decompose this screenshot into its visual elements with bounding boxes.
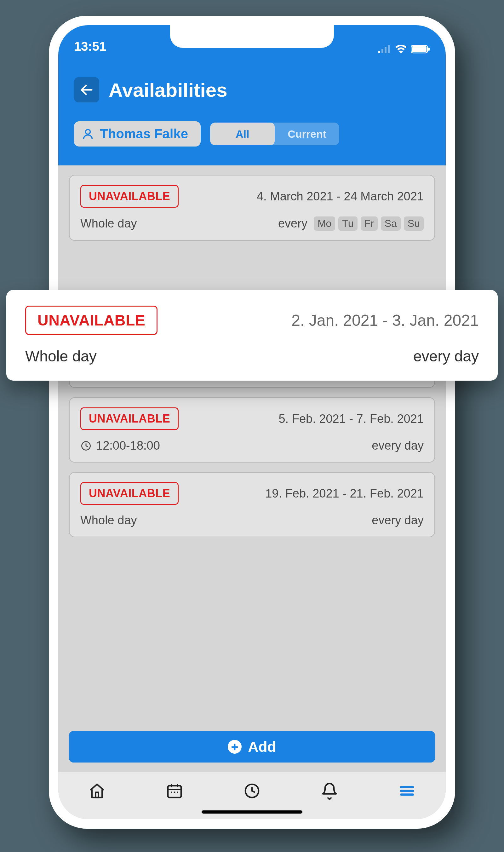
filter-row: Thomas Falke All Current bbox=[74, 121, 430, 146]
status-badge: UNAVAILABLE bbox=[80, 482, 179, 505]
status-badge: UNAVAILABLE bbox=[80, 185, 179, 208]
add-label: Add bbox=[248, 738, 276, 755]
calendar-icon bbox=[166, 782, 183, 800]
nav-bell[interactable] bbox=[319, 781, 340, 801]
nav-calendar[interactable] bbox=[164, 781, 185, 801]
svg-rect-5 bbox=[412, 46, 427, 52]
recurrence-text: every day bbox=[372, 514, 424, 527]
recurrence-prefix: every bbox=[278, 217, 307, 230]
highlighted-availability-card[interactable]: UNAVAILABLE 2. Jan. 2021 - 3. Jan. 2021 … bbox=[6, 290, 498, 380]
arrow-left-icon bbox=[79, 82, 94, 97]
svg-rect-6 bbox=[428, 48, 430, 51]
time-label: Whole day bbox=[80, 514, 137, 527]
nav-clock[interactable] bbox=[242, 781, 262, 801]
nav-menu[interactable] bbox=[397, 781, 417, 801]
wifi-icon bbox=[395, 45, 407, 54]
battery-icon bbox=[411, 45, 430, 54]
add-button[interactable]: + Add bbox=[69, 731, 435, 763]
recurrence-text: every day bbox=[413, 348, 479, 365]
clock-icon bbox=[80, 440, 92, 451]
day-chip: Mo bbox=[314, 216, 335, 231]
bell-icon bbox=[321, 782, 338, 800]
day-chip: Tu bbox=[338, 216, 357, 231]
date-range: 5. Feb. 2021 - 7. Feb. 2021 bbox=[278, 412, 424, 426]
svg-rect-2 bbox=[384, 47, 386, 53]
time-detail: 12:00-18:00 bbox=[80, 439, 160, 452]
time-label: Whole day bbox=[25, 348, 97, 365]
svg-rect-10 bbox=[95, 793, 98, 798]
home-indicator bbox=[202, 811, 302, 814]
recurrence-text: every day bbox=[372, 439, 424, 452]
signal-icon bbox=[378, 45, 391, 53]
availability-card[interactable]: UNAVAILABLE 4. March 2021 - 24 March 202… bbox=[69, 175, 435, 241]
screen: 13:51 Availabilities Thomas Falke bbox=[58, 25, 446, 819]
date-range: 19. Feb. 2021 - 21. Feb. 2021 bbox=[265, 487, 424, 500]
day-chip: Fr bbox=[361, 216, 378, 231]
phone-frame: 13:51 Availabilities Thomas Falke bbox=[49, 16, 455, 829]
segment-all[interactable]: All bbox=[210, 123, 275, 145]
home-icon bbox=[88, 782, 106, 800]
clock-icon bbox=[243, 782, 261, 800]
list-area: UNAVAILABLE 4. March 2021 - 24 March 202… bbox=[58, 165, 446, 731]
time-label: Whole day bbox=[80, 217, 137, 230]
status-badge: UNAVAILABLE bbox=[80, 407, 179, 430]
svg-point-8 bbox=[86, 129, 90, 134]
date-range: 4. March 2021 - 24 March 2021 bbox=[257, 190, 424, 203]
day-chip: Sa bbox=[381, 216, 401, 231]
plus-icon: + bbox=[228, 740, 241, 754]
user-chip-label: Thomas Falke bbox=[100, 126, 188, 141]
svg-rect-3 bbox=[388, 45, 390, 53]
user-chip[interactable]: Thomas Falke bbox=[74, 121, 201, 146]
notch bbox=[170, 25, 334, 48]
recurrence-days: every Mo Tu Fr Sa Su bbox=[278, 216, 424, 231]
day-chip: Su bbox=[404, 216, 424, 231]
nav-home[interactable] bbox=[87, 781, 107, 801]
back-button[interactable] bbox=[74, 77, 99, 102]
add-wrap: + Add bbox=[58, 731, 446, 772]
menu-icon bbox=[398, 782, 416, 800]
user-icon bbox=[82, 128, 94, 140]
status-time: 13:51 bbox=[74, 39, 106, 54]
svg-rect-1 bbox=[381, 49, 383, 53]
time-label: 12:00-18:00 bbox=[96, 439, 160, 452]
status-indicators bbox=[378, 45, 430, 54]
date-range: 2. Jan. 2021 - 3. Jan. 2021 bbox=[291, 311, 479, 330]
svg-rect-0 bbox=[378, 51, 380, 53]
status-badge: UNAVAILABLE bbox=[25, 306, 158, 335]
segmented-control: All Current bbox=[210, 123, 339, 145]
page-title: Availabilities bbox=[109, 79, 228, 101]
availability-card[interactable]: UNAVAILABLE 19. Feb. 2021 - 21. Feb. 202… bbox=[69, 472, 435, 537]
title-row: Availabilities bbox=[74, 77, 430, 102]
segment-current[interactable]: Current bbox=[275, 123, 339, 145]
availability-card[interactable]: UNAVAILABLE 5. Feb. 2021 - 7. Feb. 2021 … bbox=[69, 397, 435, 463]
